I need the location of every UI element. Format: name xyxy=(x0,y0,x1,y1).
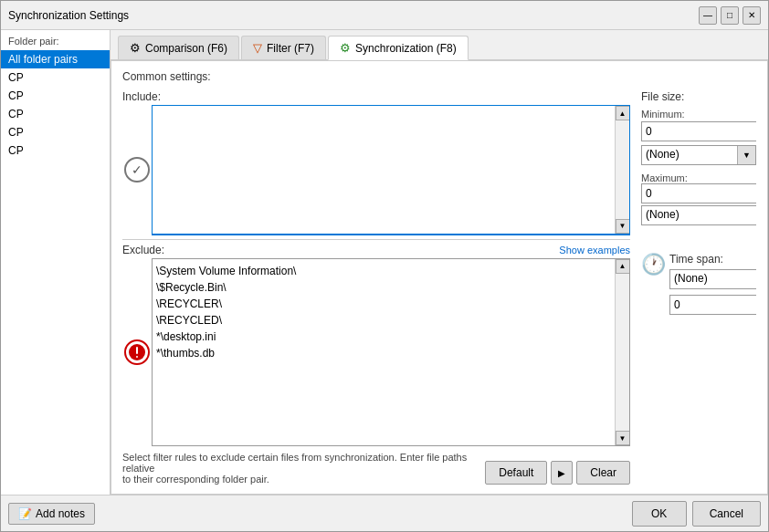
bottom-row: Select filter rules to exclude certain f… xyxy=(122,452,630,485)
tab-comparison[interactable]: ⚙ Comparison (F6) xyxy=(118,36,239,59)
include-header: Include: xyxy=(122,90,630,103)
time-span-controls: Time span: (None) ▼ ▲ xyxy=(669,253,756,317)
sidebar-item-cp3[interactable]: CP xyxy=(1,105,110,123)
title-bar: Synchronization Settings — □ ✕ xyxy=(1,1,768,30)
cancel-button[interactable]: Cancel xyxy=(692,501,761,527)
tab-synchronization-label: Synchronization (F8) xyxy=(355,42,457,55)
main-window: Synchronization Settings — □ ✕ Folder pa… xyxy=(0,0,769,532)
sidebar-item-cp2[interactable]: CP xyxy=(1,87,110,105)
include-scrollbar[interactable]: ▲ ▼ xyxy=(615,106,629,234)
minimize-button[interactable]: — xyxy=(699,6,717,25)
maximum-label: Maximum: xyxy=(641,172,756,183)
exclude-scrollbar[interactable]: ▲ ▼ xyxy=(615,259,629,445)
minimum-unit-arrow[interactable]: ▼ xyxy=(737,146,755,164)
exclude-textarea[interactable]: \System Volume Information\ \$Recycle.Bi… xyxy=(153,259,615,445)
bottom-hint: Select filter rules to exclude certain f… xyxy=(122,452,478,485)
time-span-row: 🕐 Time span: (None) ▼ xyxy=(641,253,756,317)
time-span-spinner: ▲ ▼ xyxy=(669,295,756,315)
tab-filter[interactable]: ▽ Filter (F7) xyxy=(241,36,326,59)
check-icon: ✓ xyxy=(124,157,150,183)
comparison-icon: ⚙ xyxy=(130,41,141,55)
add-notes-label: Add notes xyxy=(36,507,85,520)
bottom-bar: Select filter rules to exclude certain f… xyxy=(122,452,630,485)
error-icon xyxy=(124,339,150,365)
maximum-controls: Maximum: ▲ ▼ (No xyxy=(641,172,756,231)
exclude-label: Exclude: xyxy=(122,244,164,256)
exclude-input-area: \System Volume Information\ \$Recycle.Bi… xyxy=(152,258,630,446)
include-icon-area: ✓ xyxy=(122,105,152,235)
sidebar-item-cp5[interactable]: CP xyxy=(1,141,110,160)
minimum-unit-value: (None) xyxy=(642,146,737,164)
svg-rect-1 xyxy=(136,347,138,354)
exclude-scrollbar-up-btn[interactable]: ▲ xyxy=(616,259,630,274)
exclude-wrapper: \System Volume Information\ \$Recycle.Bi… xyxy=(122,258,630,446)
sidebar: Folder pair: All folder pairs CP CP CP C… xyxy=(1,30,111,495)
include-textarea[interactable] xyxy=(153,106,615,234)
filter-area: Include: ✓ ▲ xyxy=(122,90,630,485)
content-panel: Common settings: Include: ✓ xyxy=(111,60,768,495)
scrollbar-up-btn[interactable]: ▲ xyxy=(616,106,630,120)
panels-row: Include: ✓ ▲ xyxy=(122,90,756,485)
filter-icon: ▽ xyxy=(253,41,262,55)
minimum-spinner: ▲ ▼ xyxy=(641,121,756,141)
clear-button[interactable]: Clear xyxy=(576,461,630,485)
ok-button[interactable]: OK xyxy=(632,501,687,527)
close-button[interactable]: ✕ xyxy=(743,6,761,25)
arrow-button[interactable]: ▶ xyxy=(551,461,573,485)
maximum-spinner: ▲ ▼ xyxy=(641,183,756,203)
show-examples-link[interactable]: Show examples xyxy=(559,245,630,256)
section-divider xyxy=(122,239,630,240)
include-section: Include: ✓ ▲ xyxy=(122,90,630,235)
footer-right: OK Cancel xyxy=(632,501,761,527)
maximum-row-outer: Maximum: ▲ ▼ (No xyxy=(641,172,756,231)
minimum-label: Minimum: xyxy=(641,109,756,120)
folder-pair-label: Folder pair: xyxy=(1,30,110,50)
footer-left: 📝 Add notes xyxy=(8,503,95,525)
time-span-section: 🕐 Time span: (None) ▼ xyxy=(641,245,756,317)
tab-synchronization[interactable]: ⚙ Synchronization (F8) xyxy=(328,36,469,60)
minimum-input[interactable] xyxy=(642,122,756,141)
common-settings-label: Common settings: xyxy=(122,70,756,83)
tabs-bar: ⚙ Comparison (F6) ▽ Filter (F7) ⚙ Synchr… xyxy=(111,30,768,60)
include-label: Include: xyxy=(122,90,161,103)
default-button[interactable]: Default xyxy=(485,461,547,485)
right-panel: File size: Minimum: ▲ ▼ (None) xyxy=(637,90,756,485)
time-span-unit-select: (None) ▼ xyxy=(669,269,756,289)
exclude-section: Exclude: Show examples xyxy=(122,244,630,446)
main-content: ⚙ Comparison (F6) ▽ Filter (F7) ⚙ Synchr… xyxy=(111,30,768,495)
file-size-section: File size: Minimum: ▲ ▼ (None) xyxy=(641,90,756,231)
maximum-unit-value: (None) xyxy=(642,206,756,224)
file-size-label: File size: xyxy=(641,90,756,103)
notes-icon: 📝 xyxy=(18,507,32,520)
footer: 📝 Add notes OK Cancel xyxy=(1,495,768,531)
window-title: Synchronization Settings xyxy=(8,9,129,22)
title-bar-controls: — □ ✕ xyxy=(699,6,761,25)
clock-icon: 🕐 xyxy=(641,253,666,276)
maximum-unit-select: (None) ▼ xyxy=(641,205,756,225)
add-notes-button[interactable]: 📝 Add notes xyxy=(8,503,95,525)
exclude-header: Exclude: Show examples xyxy=(122,244,630,256)
time-span-label: Time span: xyxy=(669,253,756,266)
include-input-area: ▲ ▼ xyxy=(152,105,630,235)
tab-comparison-label: Comparison (F6) xyxy=(145,42,227,55)
sidebar-item-all[interactable]: All folder pairs xyxy=(1,50,110,68)
minimum-unit-select: (None) ▼ xyxy=(641,145,756,165)
scrollbar-down-btn[interactable]: ▼ xyxy=(616,219,630,234)
time-span-unit-value: (None) xyxy=(670,270,756,288)
exclude-icon-area xyxy=(122,258,152,446)
tab-filter-label: Filter (F7) xyxy=(267,42,314,55)
sidebar-item-cp1[interactable]: CP xyxy=(1,68,110,87)
sidebar-item-cp4[interactable]: CP xyxy=(1,123,110,141)
sync-icon: ⚙ xyxy=(340,41,351,55)
svg-rect-2 xyxy=(136,356,138,358)
bottom-buttons: Default ▶ Clear xyxy=(485,461,630,485)
maximum-input[interactable] xyxy=(642,184,756,203)
include-wrapper: ✓ ▲ ▼ xyxy=(122,105,630,235)
time-span-input[interactable] xyxy=(670,296,756,314)
maximize-button[interactable]: □ xyxy=(721,6,739,25)
exclude-scrollbar-down-btn[interactable]: ▼ xyxy=(616,431,630,445)
window-body: Folder pair: All folder pairs CP CP CP C… xyxy=(1,30,768,495)
